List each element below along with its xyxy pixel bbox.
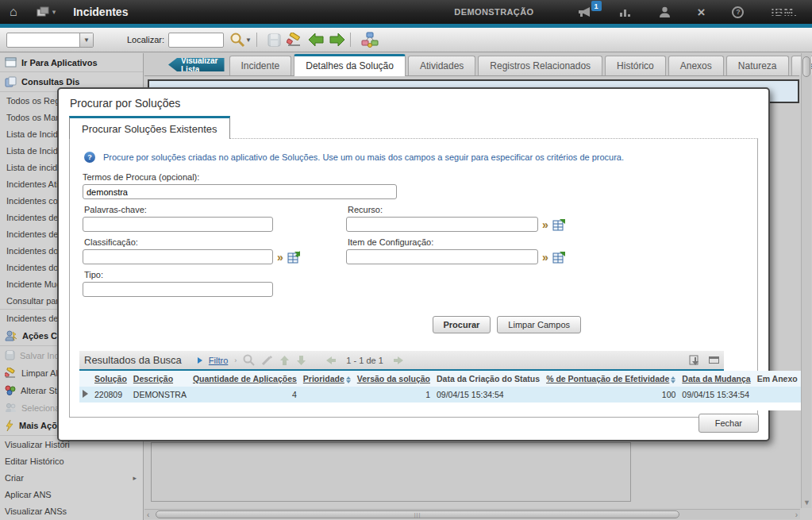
more-action-edit-history[interactable]: Editar Histórico [0,453,143,469]
scroll-right-arrow-icon[interactable]: › [795,510,798,519]
top-bar: ⌂ ▾ Incidentes DEMONSTRAÇÃO 1 × ? IB [0,0,812,24]
filter-expand-icon[interactable] [198,357,202,364]
cell-versao: 1 [354,387,433,403]
result-row[interactable]: 220809 DEMONSTRA 4 1 09/04/15 15:34:54 1… [79,387,801,403]
arrow-right-icon [329,33,345,47]
search-button[interactable] [229,32,245,48]
arrow-left-icon [308,33,324,47]
status-dots-icon [5,385,16,395]
clear-changes-button[interactable] [287,33,302,47]
filter-link[interactable]: Filtro [209,356,228,365]
lightning-icon [5,420,14,431]
detail-chevron-icon[interactable]: » [277,252,283,263]
sidebar-section-applications[interactable]: Ir Para Aplicativos [0,53,143,72]
help-button[interactable]: ? [732,6,744,18]
close-icon: × [698,6,706,19]
row-expand-cell[interactable] [79,387,91,403]
action-label: Visualizar ANSs [5,507,67,516]
vertical-scroll-thumb[interactable] [802,56,810,77]
type-input[interactable] [83,282,273,297]
detail-chevron-icon[interactable]: » [542,219,548,230]
resource-label: Recurso: [348,205,566,214]
column-solucao[interactable]: Solução [91,371,130,387]
tab-natureza[interactable]: Natureza [726,56,789,75]
help-icon: ? [732,6,744,18]
sidebar-section-label: Ir Para Aplicativos [21,58,98,67]
cell-efetividade: 100 [543,387,679,403]
column-prioridade[interactable]: Prioridade [300,371,354,387]
previous-page-icon [325,356,337,365]
find-input[interactable] [168,33,224,48]
tab-historico[interactable]: Histórico [605,56,666,75]
minimize-icon[interactable] [709,356,719,364]
submenu-arrow-icon: ▸ [133,474,137,482]
classification-input[interactable] [83,249,273,264]
more-action-create[interactable]: Criar ▸ [0,469,143,486]
view-list-tag[interactable]: Visualizar Lista [168,58,225,71]
search-button[interactable]: Procurar [433,316,491,333]
info-text: Procure por soluções criadas no aplicati… [103,152,624,162]
main-toolbar: ▼ Localizar: ▼ [0,28,812,52]
results-title: Resultados da Busca [84,354,182,366]
resource-input[interactable] [346,217,538,232]
config-item-input[interactable] [346,249,538,264]
column-data-mudanca[interactable]: Data da Mudança [679,371,753,387]
search-options-caret[interactable]: ▼ [245,37,252,44]
applications-icon [37,6,50,17]
search-terms-input[interactable] [83,184,397,199]
reports-button[interactable] [619,7,632,17]
horizontal-scroll-thumb[interactable]: ||| [156,510,679,518]
go-to-applications-menu[interactable]: ▾ [37,6,56,17]
more-action-view-slas[interactable]: Visualizar ANSs [0,503,143,519]
type-label: Tipo: [84,270,341,279]
column-quantidade[interactable]: Quantidade de Aplicações [190,371,300,387]
column-descricao[interactable]: Descrição [130,371,190,387]
select-value-icon[interactable] [552,218,566,231]
chevron-down-icon[interactable]: ▼ [79,33,93,47]
more-action-apply-sla[interactable]: Aplicar ANS [0,486,143,503]
download-icon[interactable] [689,354,702,366]
tab-registros-relacionados[interactable]: Registros Relacionados [478,56,602,75]
tab-procurar-solucoes-existentes[interactable]: Procurar Soluções Existentes [69,116,230,139]
window-icon [5,57,17,67]
save-icon [5,350,15,360]
scroll-down-arrow-icon[interactable]: ▼ [803,499,810,507]
profile-button[interactable] [659,6,671,17]
horizontal-scrollbar[interactable]: ‹ ||| › [144,509,800,519]
expand-row-icon[interactable] [83,390,88,398]
keywords-input[interactable] [83,217,273,232]
home-icon[interactable]: ⌂ [10,5,17,19]
tab-detalhes-da-solucao[interactable]: Detalhes da Solução [294,54,406,76]
select-value-icon[interactable] [287,251,301,264]
record-tabs: Visualizar Lista Incidente Detalhes da S… [144,55,799,76]
vertical-scrollbar[interactable]: ▼ [801,53,811,508]
user-icon [659,6,671,17]
cell-solucao[interactable]: 220809 [91,387,130,403]
tab-atividades[interactable]: Atividades [408,56,475,75]
search-solutions-dialog: Procurar por Soluções Procurar Soluções … [57,87,770,441]
select-value-icon[interactable] [552,251,566,264]
tab-incidente[interactable]: Incidente [229,56,292,75]
previous-record-button[interactable] [308,33,324,47]
save-icon [267,33,281,47]
workflow-button[interactable] [361,32,379,48]
dialog-panel: ? Procure por soluções criadas no aplica… [69,138,758,418]
close-button[interactable]: Fechar [698,414,759,433]
empty-row [79,403,801,410]
config-item-label: Item de Configuração: [348,237,566,247]
detail-chevron-icon[interactable]: » [542,252,548,263]
tab-anexos[interactable]: Anexos [668,56,724,75]
classification-label: Classificação: [84,237,341,247]
sign-out-button[interactable]: × [698,6,706,19]
announcements-button[interactable]: 1 [578,6,592,17]
cell-descricao: DEMONSTRA [130,387,190,403]
dialog-tabs: Procurar Soluções Existentes [69,116,768,138]
next-page-icon [393,356,404,365]
next-record-button[interactable] [329,33,345,47]
clear-fields-button[interactable]: Limpar Campos [497,316,581,333]
scroll-left-arrow-icon[interactable]: ‹ [147,510,149,519]
query-select[interactable]: ▼ [6,33,94,48]
info-row: ? Procure por soluções criadas no aplica… [84,152,749,163]
column-versao[interactable]: Versão da solução [354,371,433,387]
column-pontuacao-efetividade[interactable]: % de Pontuação de Efetividade [543,371,679,387]
